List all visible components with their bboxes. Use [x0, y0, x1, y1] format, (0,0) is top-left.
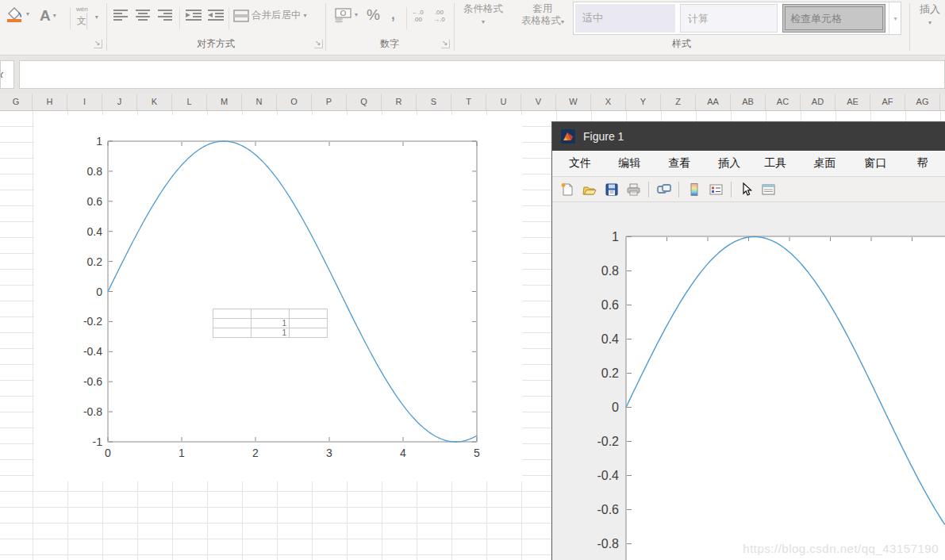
column-header-AA[interactable]: AA — [696, 94, 731, 110]
style-calculation[interactable]: 计算 — [680, 4, 778, 33]
column-header-N[interactable]: N — [242, 94, 277, 110]
decrease-indent-button[interactable] — [185, 9, 202, 21]
overlay-cell: 1 — [252, 319, 290, 328]
align-left-button[interactable] — [113, 9, 129, 21]
menu-item-view[interactable]: 查看(V) — [659, 151, 709, 176]
comma-style-button[interactable]: , — [390, 2, 396, 24]
decrease-decimal-button[interactable]: .00 →.0 — [433, 9, 445, 23]
menu-item-file[interactable]: 文件(F) — [560, 151, 609, 176]
number-format-button[interactable]: ▾ — [333, 7, 358, 23]
menu-item-window[interactable]: 窗口(W) — [855, 151, 908, 176]
svg-text:4: 4 — [400, 447, 406, 459]
column-header-L[interactable]: L — [172, 94, 207, 110]
svg-text:-0.4: -0.4 — [597, 469, 619, 482]
column-header-AE[interactable]: AE — [836, 94, 870, 110]
column-header-M[interactable]: M — [207, 94, 242, 110]
increase-decimal-icon: ←.0 .00 — [412, 9, 424, 23]
font-color-button[interactable]: A ▾ — [40, 7, 56, 25]
column-header-O[interactable]: O — [277, 94, 312, 110]
svg-text:0.6: 0.6 — [601, 298, 619, 312]
gallery-more-button[interactable]: ▾ — [889, 2, 901, 34]
number-dialog-launcher-icon[interactable]: ↘ — [441, 40, 450, 48]
increase-decimal-button[interactable]: ←.0 .00 — [412, 9, 424, 23]
print-figure-button[interactable] — [624, 180, 643, 199]
align-center-icon — [135, 9, 151, 21]
link-plot-button[interactable] — [654, 180, 674, 199]
percent-style-button[interactable]: % — [367, 6, 380, 24]
property-editor-icon — [761, 182, 776, 197]
insert-cells-button[interactable]: 插入 ▾ — [916, 3, 944, 27]
caret-down-icon: ▾ — [304, 13, 307, 19]
figure-titlebar[interactable]: Figure 1 — [552, 122, 945, 151]
column-header-AC[interactable]: AC — [766, 94, 801, 110]
column-header-R[interactable]: R — [382, 94, 417, 110]
column-header-AG[interactable]: AG — [905, 94, 940, 110]
overlay-cell — [290, 309, 328, 319]
embedded-figure-image[interactable]: 012345-1-0.8-0.6-0.4-0.200.20.40.60.81 1… — [34, 115, 522, 481]
edit-plot-button[interactable] — [736, 180, 756, 199]
column-header-X[interactable]: X — [591, 94, 626, 110]
column-header-AD[interactable]: AD — [801, 94, 836, 110]
column-header-S[interactable]: S — [417, 94, 451, 110]
column-header-J[interactable]: J — [102, 94, 137, 110]
formula-bar: fx — [0, 56, 945, 94]
column-header-H[interactable]: H — [33, 94, 67, 110]
svg-text:-0.6: -0.6 — [597, 503, 619, 516]
menu-item-desktop[interactable]: 桌面(D) — [805, 151, 856, 176]
svg-text:1: 1 — [179, 447, 185, 459]
insert-function-button[interactable]: fx — [0, 60, 14, 89]
menu-item-insert[interactable]: 插入(I) — [709, 151, 755, 176]
align-right-button[interactable] — [157, 9, 173, 21]
style-check-cell[interactable]: 检查单元格 — [782, 4, 885, 33]
column-header-I[interactable]: I — [67, 94, 102, 110]
menu-item-help[interactable]: 帮助 — [908, 151, 945, 176]
fill-color-button[interactable]: ▾ — [5, 6, 29, 23]
column-header-AB[interactable]: AB — [731, 94, 766, 110]
column-header-U[interactable]: U — [486, 94, 521, 110]
format-as-table-button[interactable]: 套用 表格格式▾ — [513, 3, 573, 27]
open-file-button[interactable] — [579, 180, 599, 199]
svg-text:3: 3 — [326, 447, 332, 459]
increase-indent-button[interactable] — [207, 9, 225, 21]
decrease-indent-icon — [185, 9, 202, 21]
style-moderate[interactable]: 适中 — [575, 4, 675, 33]
column-header-T[interactable]: T — [451, 94, 486, 110]
menu-item-tools[interactable]: 工具(T) — [755, 151, 805, 176]
svg-text:1: 1 — [96, 135, 102, 148]
font-dialog-launcher-icon[interactable]: ↘ — [94, 40, 102, 48]
svg-text:0: 0 — [105, 447, 111, 459]
save-figure-button[interactable] — [601, 180, 621, 199]
column-header-Y[interactable]: Y — [626, 94, 661, 110]
new-figure-button[interactable] — [557, 180, 577, 199]
column-header-G[interactable]: G — [0, 94, 33, 110]
alignment-dialog-launcher-icon[interactable]: ↘ — [314, 40, 323, 48]
column-header-W[interactable]: W — [556, 94, 591, 110]
sine-plot-excel: 012345-1-0.8-0.6-0.4-0.200.20.40.60.81 — [34, 115, 522, 481]
open-file-icon — [582, 182, 597, 197]
caret-down-icon: ▾ — [482, 18, 485, 25]
comma-icon: , — [390, 2, 396, 24]
column-header-K[interactable]: K — [137, 94, 172, 110]
column-header-V[interactable]: V — [521, 94, 556, 110]
merge-center-button[interactable]: 合并后居中 ▾ — [233, 9, 307, 22]
property-editor-button[interactable] — [759, 180, 778, 199]
align-center-button[interactable] — [135, 9, 151, 21]
column-header-P[interactable]: P — [312, 94, 347, 110]
column-header-Q[interactable]: Q — [347, 94, 382, 110]
overlay-cell — [252, 309, 290, 319]
insert-colorbar-button[interactable] — [684, 180, 704, 199]
svg-text:0.2: 0.2 — [601, 366, 619, 380]
watermark: https://blog.csdn.net/qq_43157190 — [743, 542, 939, 555]
number-format-icon — [333, 7, 352, 23]
conditional-formatting-button[interactable]: 条件格式 ▾ — [457, 3, 509, 27]
fill-color-icon — [5, 6, 24, 23]
column-header-AF[interactable]: AF — [870, 94, 905, 110]
svg-text:-1: -1 — [93, 435, 103, 448]
phonetic-guide-button[interactable]: wén 文 ▾ — [76, 6, 98, 29]
insert-legend-button[interactable] — [706, 180, 726, 199]
svg-text:0.8: 0.8 — [601, 264, 619, 278]
column-header-Z[interactable]: Z — [661, 94, 696, 110]
overlay-cell: 1 — [252, 328, 290, 338]
menu-item-edit[interactable]: 编辑(E) — [609, 151, 659, 176]
formula-input[interactable] — [19, 60, 945, 89]
